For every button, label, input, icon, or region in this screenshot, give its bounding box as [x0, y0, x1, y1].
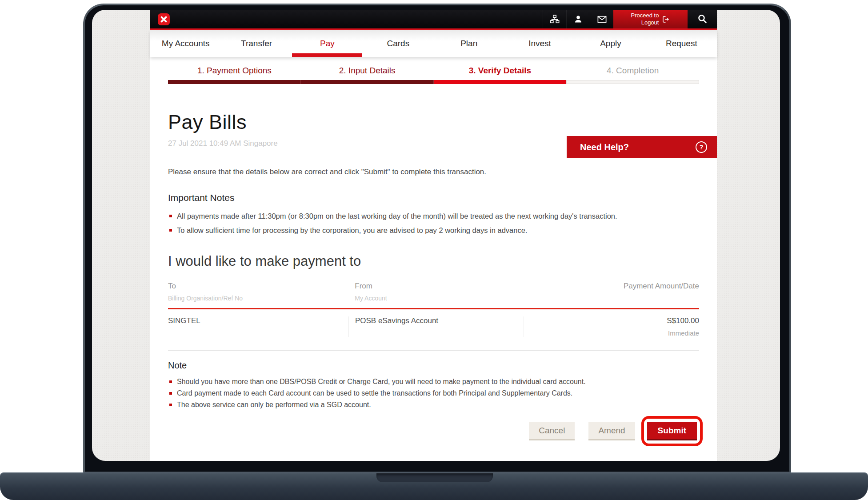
nav-label: Transfer [241, 39, 272, 48]
logout-label-line1: Proceed to [631, 12, 659, 19]
banking-site: Proceed to Logout [150, 10, 717, 461]
step-label: 2. Input Details [301, 66, 434, 80]
nav-plan[interactable]: Plan [434, 30, 504, 57]
cancel-button[interactable]: Cancel [529, 422, 575, 440]
note-item: Should you have more than one DBS/POSB C… [168, 378, 699, 386]
need-help-label: Need Help? [580, 142, 629, 152]
progress-steps: 1. Payment Options 2. Input Details 3. V… [150, 57, 717, 84]
help-question-icon: ? [696, 141, 707, 153]
important-notes-heading: Important Notes [168, 192, 699, 203]
amount-value: S$100.00 [524, 316, 699, 325]
nav-apply[interactable]: Apply [575, 30, 646, 57]
logout-icon [661, 15, 670, 24]
step-bar-todo [566, 80, 699, 84]
submit-highlight-annotation: Submit [641, 416, 703, 446]
amend-button[interactable]: Amend [588, 422, 635, 440]
step-input-details: 2. Input Details [301, 66, 434, 84]
laptop-base [0, 472, 868, 500]
note-item: The above service can only be performed … [168, 401, 699, 409]
browser-viewport: Proceed to Logout [92, 10, 780, 461]
laptop-base-notch [376, 473, 493, 482]
nav-label: Apply [600, 39, 621, 48]
top-utility-bar: Proceed to Logout [150, 10, 717, 28]
page-content: Need Help? ? Pay Bills 27 Jul 2021 10:49… [150, 111, 717, 446]
table-row: SINGTEL POSB eSavings Account S$100.00 I… [168, 309, 699, 351]
page-title: Pay Bills [168, 111, 699, 134]
sitemap-icon[interactable] [543, 10, 566, 28]
nav-invest[interactable]: Invest [504, 30, 575, 57]
nav-my-accounts[interactable]: My Accounts [150, 30, 221, 57]
from-account-value: POSB eSavings Account [355, 316, 524, 325]
nav-cards[interactable]: Cards [363, 30, 433, 57]
step-completion: 4. Completion [566, 66, 699, 84]
step-label: 4. Completion [566, 66, 699, 80]
note-item: Card payment made to each Card account c… [168, 389, 699, 397]
note-list: Should you have more than one DBS/POSB C… [168, 378, 699, 409]
mail-icon[interactable] [590, 10, 613, 28]
nav-label: Cards [387, 39, 409, 48]
nav-label: Request [666, 39, 697, 48]
step-label: 1. Payment Options [168, 66, 301, 80]
step-bar-current [434, 80, 567, 84]
nav-request[interactable]: Request [646, 30, 717, 57]
need-help-button[interactable]: Need Help? ? [567, 136, 717, 158]
step-payment-options: 1. Payment Options [168, 66, 301, 84]
col-amount-title: Payment Amount/Date [524, 282, 699, 291]
col-to-subtitle: Billing Organisation/Ref No [168, 295, 348, 302]
step-verify-details: 3. Verify Details [434, 66, 567, 84]
important-note-item: To allow sufficient time for processing … [168, 226, 699, 235]
search-icon[interactable] [688, 10, 717, 28]
important-note-item: All payments made after 11:30pm (or 8:30… [168, 212, 699, 220]
submit-button[interactable]: Submit [647, 422, 697, 440]
payee-value: SINGTEL [168, 316, 348, 325]
nav-label: Invest [528, 39, 551, 48]
nav-label: My Accounts [162, 39, 210, 48]
step-label: 3. Verify Details [434, 66, 567, 80]
col-from-subtitle: My Account [355, 295, 524, 302]
payment-table-header: To Billing Organisation/Ref No From My A… [168, 282, 699, 302]
step-bar-done [168, 80, 301, 84]
col-from-title: From [355, 282, 524, 291]
logo-x-glyph [160, 16, 168, 23]
main-navigation: My Accounts Transfer Pay Cards Plan Inve… [150, 30, 717, 57]
nav-transfer[interactable]: Transfer [221, 30, 292, 57]
profile-icon[interactable] [566, 10, 590, 28]
logout-label-line2: Logout [631, 19, 659, 26]
step-bar-done [301, 80, 434, 84]
laptop-mockup: Proceed to Logout [0, 0, 868, 500]
active-tab-indicator [292, 53, 362, 57]
nav-label: Plan [460, 39, 477, 48]
payment-table: To Billing Organisation/Ref No From My A… [168, 282, 699, 351]
question-glyph: ? [700, 144, 704, 151]
note-heading: Note [168, 360, 699, 371]
action-buttons: Cancel Amend Submit [168, 416, 699, 446]
instruction-text: Please ensure that the details below are… [168, 168, 699, 176]
important-notes-list: All payments made after 11:30pm (or 8:30… [168, 212, 699, 235]
col-to-title: To [168, 282, 348, 291]
payment-date-value: Immediate [524, 329, 699, 337]
dbs-logo-icon[interactable] [158, 13, 170, 25]
laptop-screen-bezel: Proceed to Logout [83, 4, 791, 473]
nav-pay[interactable]: Pay [292, 30, 363, 57]
nav-label: Pay [320, 39, 335, 48]
proceed-to-logout-button[interactable]: Proceed to Logout [613, 10, 688, 28]
payment-section-heading: I would like to make payment to [168, 253, 699, 269]
